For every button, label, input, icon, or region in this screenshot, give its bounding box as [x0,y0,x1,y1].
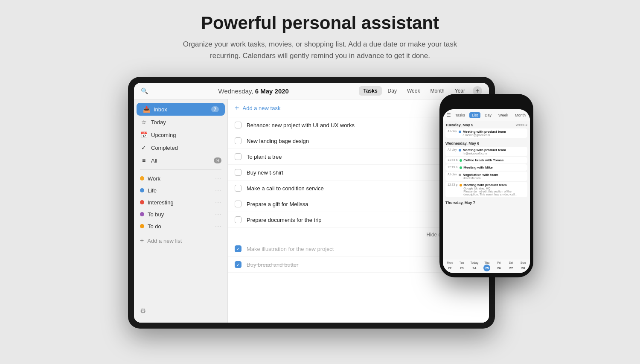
day-abbr-mon: Mon [447,261,453,264]
todo-menu[interactable]: ··· [215,223,221,230]
day-num-fri: 26 [496,265,503,271]
tablet-screen: 🔍 Wednesday, 6 May 2020 Tasks Day Week M… [134,83,489,323]
life-dot [140,188,144,192]
sidebar-item-life[interactable]: Life ··· [134,184,227,196]
sidebar-item-todo[interactable]: To do ··· [134,220,227,232]
event-title-6: Meeting with product team [463,183,525,187]
task-checkbox-4[interactable] [235,169,241,176]
topbar-date: Wednesday, 6 May 2020 [218,87,289,95]
topbar-search[interactable]: 🔍 [141,87,148,94]
tobuy-menu[interactable]: ··· [215,211,221,218]
day-abbr-today: Today [470,261,478,264]
phone-day-sun[interactable]: Sun 28 [520,261,527,271]
task-checkbox-3[interactable] [235,153,241,160]
todo-label: To do [148,223,161,230]
event-content: Meeting with product team a.merlin@gmail… [463,130,525,137]
sidebar-footer: ⚙ [134,303,227,319]
day-num-sat: 27 [508,265,515,271]
sidebar-item-all[interactable]: ≡ All 9 [134,154,227,167]
event-title-5: Negotiation with team [463,173,525,177]
search-icon: 🔍 [141,87,148,94]
sidebar-item-work[interactable]: Work ··· [134,172,227,184]
phone-event[interactable]: All-day Negotiation with team Hotel Monr… [445,172,527,181]
task-checkbox-c2[interactable]: ✓ [235,261,241,268]
phone-event[interactable]: 11:54 a Coffee break with Tomas [445,157,527,163]
add-task-label: Add a new task [243,105,281,111]
todo-dot [140,224,144,228]
tab-day[interactable]: Day [384,86,401,96]
sidebar-item-upcoming[interactable]: 📅 Upcoming [134,128,227,141]
phone-tab-month[interactable]: Month [512,112,528,118]
add-task-plus-icon: + [235,104,239,113]
phone-day-header-tue: Tuesday, May 5 Week 2 [445,123,527,127]
completed-task-text-2: Buy bread and butter [247,262,298,268]
wednesday-label: Wednesday, May 6 [445,141,479,146]
event-title: Meeting with product team [463,130,525,134]
task-checkbox-5[interactable] [235,185,241,192]
upcoming-label: Upcoming [151,132,176,138]
completed-label: Completed [151,145,178,151]
phone-menu-icon[interactable]: ☰ [446,112,451,118]
phone-screen: ☰ Tasks List Day Week Month + Tuesday, M… [443,109,530,273]
work-dot [140,176,144,181]
page-title: Powerful personal assistant [201,13,439,33]
phone-tab-tasks[interactable]: Tasks [453,112,468,118]
day-abbr-tue: Tue [459,261,464,264]
phone-tab-day[interactable]: Day [482,112,494,118]
task-checkbox-2[interactable] [235,137,241,144]
tobuy-dot [140,212,144,216]
event-time-6: 12:33 p [448,183,457,186]
tab-month[interactable]: Month [426,86,448,96]
task-checkbox-6[interactable] [235,201,241,207]
phone-notch [469,98,503,108]
day-num-sun: 28 [520,265,527,271]
tobuy-label: To buy [148,211,164,218]
tab-tasks[interactable]: Tasks [359,86,381,96]
sidebar-item-inbox[interactable]: 📥 Inbox 7 [137,103,225,116]
task-checkbox-c1[interactable]: ✓ [235,245,241,252]
phone-day-fri[interactable]: Fri 26 [496,261,503,271]
day-abbr-thu: Thu [484,261,489,264]
add-list-button[interactable]: + Add a new list [134,234,227,248]
tab-week[interactable]: Week [403,86,424,96]
phone-day-tuesday: Tuesday, May 5 Week 2 All-day Meeting wi… [443,121,530,140]
day-num-today: 24 [471,265,478,271]
event-content-6: Meeting with product team Google Ukraine… [463,183,525,196]
life-menu[interactable]: ··· [215,187,221,194]
phone-event[interactable]: All-day Meeting with product team hr@mic… [445,147,527,156]
phone-frame: ☰ Tasks List Day Week Month + Tuesday, M… [439,94,533,277]
sidebar-item-interesting[interactable]: Interesting ··· [134,196,227,208]
phone-event[interactable]: 12:33 p Meeting with product team Google… [445,182,527,197]
task-checkbox-1[interactable] [235,122,241,128]
phone-event[interactable]: 12:15 a Meeting with Mike [445,164,527,171]
event-time-3: 11:54 a [448,158,457,161]
event-title-3: Coffee break with Tomas [463,158,525,162]
day-abbr-sun: Sun [521,261,526,264]
event-dot-3 [460,159,462,162]
phone-day-today-label[interactable]: Today 24 [470,261,478,271]
event-dot-2 [459,149,461,151]
phone-day-25[interactable]: Thu 25 [483,261,490,271]
phone-tab-week[interactable]: Week [496,112,511,118]
phone-day-tue[interactable]: Tue 23 [458,261,465,271]
inbox-label: Inbox [154,106,167,113]
phone-day-mon[interactable]: Mon 22 [446,261,453,271]
tuesday-label: Tuesday, May 5 [445,123,473,127]
task-text-1: Behance: new project with UI and UX work… [247,122,355,128]
task-checkbox-7[interactable] [235,216,241,223]
thursday-label: Thursday, May 7 [445,201,475,205]
work-menu[interactable]: ··· [215,175,221,182]
settings-icon[interactable]: ⚙ [140,307,146,314]
phone-event[interactable]: All-day Meeting with product team a.merl… [445,128,527,138]
work-label: Work [148,175,160,182]
phone-day-sat[interactable]: Sat 27 [508,261,515,271]
event-title-4: Meeting with Mike [463,166,525,169]
hero-subtitle: Organize your work tasks, movies, or sho… [175,38,465,61]
phone-tab-list[interactable]: List [469,112,480,118]
sidebar-item-tobuy[interactable]: To buy ··· [134,208,227,220]
interesting-menu[interactable]: ··· [215,199,221,206]
event-dot-6 [460,184,462,186]
sidebar-item-today[interactable]: ☆ Today [134,116,227,128]
task-text-7: Prepare documents for the trip [247,217,322,223]
sidebar-item-completed[interactable]: ✓ Completed [134,141,227,154]
